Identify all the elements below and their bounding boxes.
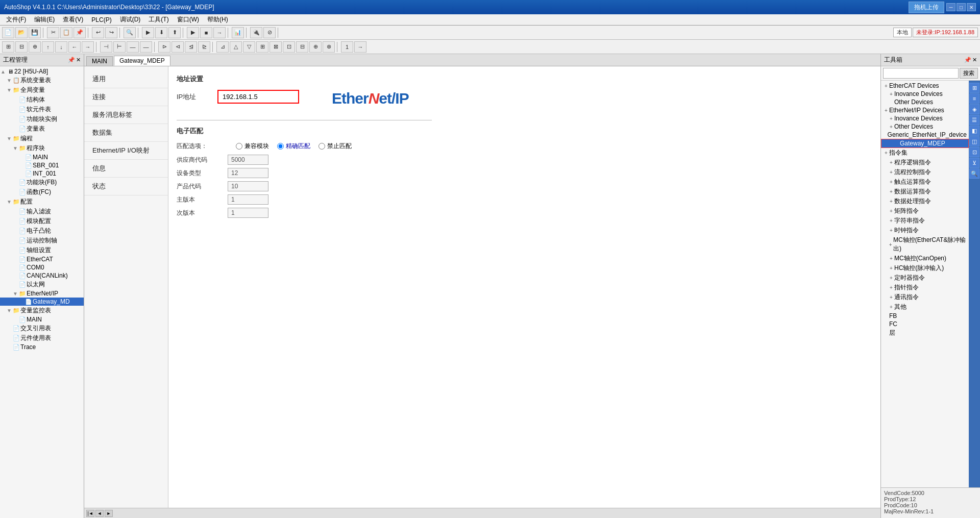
radio-exact[interactable]: 精确匹配 [277, 142, 310, 151]
redo-btn[interactable]: ↪ [105, 27, 117, 38]
tree-item-24[interactable]: ▼ 📁 EtherNet/IP [0, 289, 84, 298]
tool-expand-1[interactable]: + [888, 91, 894, 97]
tool-item-24[interactable]: FB [881, 312, 969, 320]
tool-item-8[interactable]: + 指令集 [881, 148, 969, 158]
step-btn[interactable]: → [213, 27, 226, 38]
monitor-btn[interactable]: 📊 [232, 27, 244, 38]
tool-item-26[interactable]: 层 [881, 328, 969, 338]
win-maximize-btn[interactable]: □ [957, 3, 966, 11]
tree-item-11[interactable]: 📄 INT_001 [0, 169, 84, 178]
open-btn[interactable]: 📂 [15, 27, 28, 38]
radio-disable-input[interactable] [318, 143, 325, 150]
tool-item-12[interactable]: + 数据运算指令 [881, 187, 969, 196]
tool-item-2[interactable]: Other Devices [881, 98, 969, 106]
menu-item-d[interactable]: 调试(D) [116, 14, 145, 25]
nav-item-5[interactable]: 信息 [84, 160, 168, 178]
field-input-4[interactable] [228, 208, 268, 218]
paste-btn[interactable]: 📌 [74, 27, 86, 38]
menu-item-t[interactable]: 工具(T) [144, 14, 173, 25]
tree-item-29[interactable]: 📄 元件使用表 [0, 333, 84, 343]
tree-expand-0[interactable]: ▲ [0, 69, 6, 75]
nav-item-1[interactable]: 连接 [84, 88, 168, 106]
tool-expand-18[interactable]: + [888, 256, 894, 261]
tb2-btn19[interactable]: ⊞ [256, 41, 268, 53]
nav-item-2[interactable]: 服务消息标签 [84, 106, 168, 124]
panel-pin-btn[interactable]: 📌 [68, 57, 75, 63]
cut-btn[interactable]: ✂ [47, 27, 59, 38]
tree-item-21[interactable]: 📄 COM0 [0, 263, 84, 272]
undo-btn[interactable]: ↩ [92, 27, 104, 38]
tool-expand-13[interactable]: + [888, 199, 894, 204]
tree-expand-26[interactable]: ▼ [6, 308, 12, 313]
tool-item-6[interactable]: Generic_EtherNet_IP_device [881, 131, 969, 139]
tool-expand-8[interactable]: + [883, 150, 889, 156]
menu-item-f[interactable]: 文件(F) [2, 14, 30, 25]
tb2-btn26[interactable]: → [354, 41, 366, 53]
tb2-btn2[interactable]: ⊟ [15, 41, 28, 53]
tb2-btn23[interactable]: ⊕ [309, 41, 322, 53]
tb2-btn14[interactable]: ⊴ [185, 41, 197, 53]
radio-compatible[interactable]: 兼容模块 [236, 142, 269, 151]
tb2-btn12[interactable]: ⊳ [158, 41, 170, 53]
nav-item-0[interactable]: 通用 [84, 70, 168, 88]
tool-item-25[interactable]: FC [881, 320, 969, 328]
tb2-btn9[interactable]: ⊢ [113, 41, 126, 53]
tb2-btn18[interactable]: ▽ [243, 41, 255, 53]
nav-item-3[interactable]: 数据集 [84, 124, 168, 142]
tool-expand-0[interactable]: + [883, 83, 889, 89]
tb2-btn11[interactable]: — [140, 41, 152, 53]
tree-item-7[interactable]: ▼ 📁 编程 [0, 134, 84, 143]
field-input-1[interactable] [228, 168, 268, 178]
tree-item-17[interactable]: 📄 电子凸轮 [0, 226, 84, 236]
tree-item-16[interactable]: 📄 模块配置 [0, 216, 84, 226]
menu-item-e[interactable]: 编辑(E) [30, 14, 59, 25]
tool-expand-9[interactable]: + [888, 160, 894, 165]
tb2-btn10[interactable]: — [127, 41, 139, 53]
strip-icon-7[interactable]: ⊡ [969, 147, 979, 157]
tree-item-0[interactable]: ▲ 🖥 22 [H5U-A8] [0, 67, 84, 76]
address-input[interactable] [217, 90, 299, 104]
tree-item-3[interactable]: 📄 结构体 [0, 95, 84, 105]
tool-item-21[interactable]: + 指针指令 [881, 283, 969, 292]
nav-item-6[interactable]: 状态 [84, 178, 168, 195]
tb2-btn22[interactable]: ⊟ [296, 41, 308, 53]
tree-expand-24[interactable]: ▼ [12, 291, 18, 297]
tree-item-1[interactable]: ▼ 📋 系统变量表 [0, 76, 84, 85]
tool-item-9[interactable]: + 程序逻辑指令 [881, 158, 969, 167]
radio-exact-input[interactable] [277, 143, 284, 150]
tool-item-1[interactable]: + Inovance Devices [881, 90, 969, 98]
strip-icon-1[interactable]: ⊞ [969, 83, 979, 93]
tool-expand-5[interactable]: + [888, 124, 894, 130]
strip-icon-9[interactable]: 🔍 [969, 168, 979, 179]
tool-item-19[interactable]: + HC轴控(脉冲输入) [881, 263, 969, 273]
tree-item-13[interactable]: 📄 函数(FC) [0, 187, 84, 197]
tree-expand-2[interactable]: ▼ [6, 87, 12, 93]
tree-expand-14[interactable]: ▼ [6, 199, 12, 205]
tree-item-20[interactable]: 📄 EtherCAT [0, 255, 84, 263]
tool-item-11[interactable]: + 触点运算指令 [881, 177, 969, 187]
tool-item-7[interactable]: Gateway_MDEP [881, 139, 969, 148]
tool-expand-15[interactable]: + [888, 218, 894, 224]
radio-compatible-input[interactable] [236, 143, 242, 150]
tool-item-0[interactable]: + EtherCAT Devices [881, 82, 969, 90]
strip-icon-4[interactable]: ☰ [969, 115, 979, 125]
tb2-btn24[interactable]: ⊗ [323, 41, 335, 53]
tool-item-5[interactable]: + Other Devices [881, 122, 969, 131]
tree-expand-1[interactable]: ▼ [6, 78, 12, 83]
tree-item-22[interactable]: 📄 CAN(CANLink) [0, 272, 84, 280]
tree-item-5[interactable]: 📄 功能块实例 [0, 114, 84, 124]
tool-item-13[interactable]: + 数据处理指令 [881, 196, 969, 206]
tree-item-18[interactable]: 📄 运动控制轴 [0, 236, 84, 245]
tool-expand-20[interactable]: + [888, 275, 894, 281]
tool-item-18[interactable]: + MC轴控(CanOpen) [881, 254, 969, 263]
tb2-btn3[interactable]: ⊕ [29, 41, 41, 53]
win-minimize-btn[interactable]: ─ [946, 3, 955, 11]
field-input-3[interactable] [228, 194, 268, 205]
nav-first-btn[interactable]: |◄ [86, 510, 94, 517]
tool-expand-16[interactable]: + [888, 228, 894, 233]
tb2-btn16[interactable]: ⊿ [216, 41, 229, 53]
menu-item-h[interactable]: 帮助(H) [203, 14, 232, 25]
upload-icon-btn[interactable]: ⬆ [168, 27, 181, 38]
tool-expand-19[interactable]: + [888, 265, 894, 271]
tool-item-3[interactable]: + EtherNet/IP Devices [881, 106, 969, 114]
